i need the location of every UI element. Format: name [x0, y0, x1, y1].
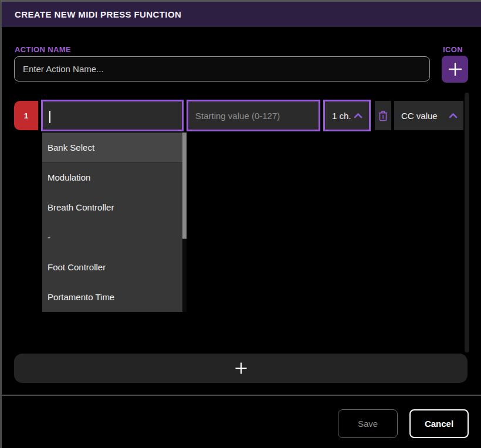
footer-divider: [2, 395, 481, 396]
chevron-up-icon: [354, 113, 363, 118]
dropdown-scrollbar-thumb[interactable]: [182, 133, 187, 239]
dialog-scrollbar[interactable]: [465, 93, 469, 352]
add-icon-button[interactable]: [442, 56, 468, 83]
starting-value-input[interactable]: [187, 100, 320, 131]
channel-select[interactable]: 1 ch.: [323, 100, 371, 131]
cc-dropdown-list: Bank SelectModulationBreath Controller-F…: [42, 133, 182, 312]
icon-label: ICON: [443, 45, 463, 54]
text-cursor: [49, 111, 50, 123]
list-item[interactable]: Bank Select: [42, 133, 182, 162]
delete-action-button[interactable]: [375, 101, 391, 130]
plus-icon: [448, 62, 463, 77]
title-bar: CREATE NEW MIDI PRESS FUNCTION: [2, 2, 481, 27]
cc-dropdown: Bank SelectModulationBreath Controller-F…: [42, 133, 187, 312]
trash-icon: [378, 110, 388, 121]
list-item[interactable]: Portamento Time: [42, 282, 182, 312]
cancel-button[interactable]: Cancel: [409, 409, 469, 438]
save-button[interactable]: Save: [338, 409, 398, 438]
plus-icon: [235, 362, 248, 375]
action-type-select[interactable]: CC value: [394, 101, 463, 130]
list-item[interactable]: Modulation: [42, 162, 182, 192]
action-name-label: ACTION NAME: [15, 45, 71, 54]
dialog-title: CREATE NEW MIDI PRESS FUNCTION: [15, 9, 181, 19]
action-name-input[interactable]: [14, 56, 430, 82]
list-item[interactable]: Foot Controller: [42, 252, 182, 282]
list-item[interactable]: Breath Controller: [42, 192, 182, 222]
channel-value: 1 ch.: [332, 111, 351, 121]
add-action-button[interactable]: [14, 354, 468, 383]
list-item[interactable]: -: [42, 222, 182, 252]
chevron-up-icon: [449, 113, 458, 118]
action-type-value: CC value: [401, 111, 438, 121]
create-midi-function-dialog: CREATE NEW MIDI PRESS FUNCTION ACTION NA…: [0, 0, 481, 448]
cc-number-input[interactable]: [41, 100, 184, 131]
row-index-badge: 1: [14, 101, 38, 130]
